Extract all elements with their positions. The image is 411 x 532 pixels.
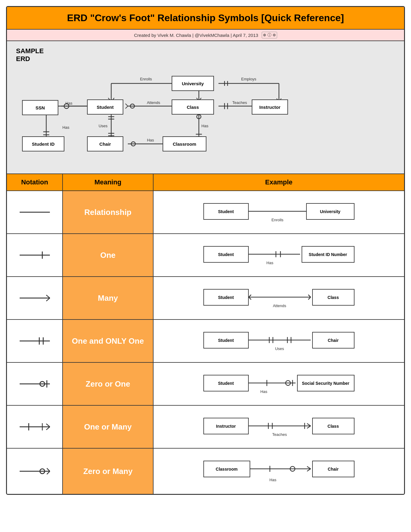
row-one-only: One and ONLY One Student Chair Uses bbox=[7, 320, 404, 363]
erd-box-classroom: Classroom bbox=[163, 136, 206, 151]
erd-box-student: Student bbox=[87, 99, 123, 115]
svg-line-19 bbox=[125, 104, 128, 106]
svg-text:Has: Has bbox=[201, 124, 209, 128]
ex-oneonly-svg: Uses bbox=[203, 326, 354, 356]
svg-text:Teaches: Teaches bbox=[272, 432, 287, 437]
example-many: Student Class Attends bbox=[154, 277, 404, 319]
ex-rel-line: Enrolls bbox=[203, 197, 354, 227]
notation-zero-one-svg bbox=[17, 375, 53, 393]
notation-one-many bbox=[7, 406, 63, 448]
erd-box-student-label: Student bbox=[95, 103, 115, 111]
notation-one bbox=[7, 234, 63, 276]
example-zero-one: Student Social Security Number Has bbox=[154, 363, 404, 405]
row-one: One Student Student ID Number Has bbox=[7, 234, 404, 277]
example-one-only: Student Chair Uses bbox=[154, 320, 404, 362]
erd-box-class: Class bbox=[172, 99, 214, 115]
erd-section-label: SAMPLEERD bbox=[16, 47, 44, 63]
ex-one-svg: Has bbox=[203, 240, 354, 270]
erd-box-studentid-label: Student ID bbox=[31, 140, 56, 148]
subtitle-text: Created by Vivek M. Chawla | @VivekMChaw… bbox=[134, 33, 258, 38]
row-zero-one: Zero or One Student Social Security Numb… bbox=[7, 363, 404, 406]
svg-text:Has: Has bbox=[266, 261, 273, 265]
row-one-many: One or Many Instructor Class T bbox=[7, 406, 404, 449]
meaning-one-many: One or Many bbox=[63, 406, 154, 448]
erd-section: SAMPLEERD Has Has bbox=[7, 41, 404, 174]
notation-one-only bbox=[7, 320, 63, 362]
svg-text:Employs: Employs bbox=[241, 77, 256, 81]
svg-text:Has: Has bbox=[65, 101, 73, 105]
meaning-relationship: Relationship bbox=[63, 191, 154, 233]
header-example: Example bbox=[154, 174, 404, 190]
erd-box-instructor-label: Instructor bbox=[258, 103, 282, 111]
ex-zeromany-svg: Has bbox=[203, 455, 354, 488]
erd-box-chair: Chair bbox=[87, 136, 123, 151]
svg-text:Attends: Attends bbox=[273, 303, 286, 308]
notation-one-many-svg bbox=[17, 418, 53, 436]
example-one: Student Student ID Number Has bbox=[154, 234, 404, 276]
notation-many bbox=[7, 277, 63, 319]
svg-point-45 bbox=[197, 115, 201, 119]
row-zero-many: Zero or Many Classroom Chair H bbox=[7, 449, 404, 494]
svg-point-1 bbox=[64, 104, 69, 109]
example-one-many: Instructor Class Teaches bbox=[154, 406, 404, 448]
notation-zero-many-svg bbox=[17, 462, 53, 480]
svg-text:Uses: Uses bbox=[99, 124, 108, 128]
erd-box-chair-label: Chair bbox=[98, 140, 112, 148]
row-relationship: Relationship Student University Enrolls bbox=[7, 191, 404, 234]
meaning-zero-many-text: Zero or Many bbox=[83, 467, 132, 476]
meaning-relationship-text: Relationship bbox=[84, 208, 131, 217]
ex-many-svg: Attends bbox=[203, 283, 354, 313]
svg-text:Attends: Attends bbox=[147, 100, 160, 105]
notation-one-svg bbox=[17, 246, 53, 264]
cc-icons: ⊕ ⓘ ⊛ bbox=[262, 32, 277, 38]
main-title: ERD "Crow's Foot" Relationship Symbols [… bbox=[67, 12, 344, 23]
meaning-zero-many: Zero or Many bbox=[63, 449, 154, 494]
row-many: Many Student Class Attends bbox=[7, 277, 404, 320]
erd-box-class-label: Class bbox=[186, 103, 200, 111]
example-zero-many: Classroom Chair Has bbox=[154, 449, 404, 494]
title-bar: ERD "Crow's Foot" Relationship Symbols [… bbox=[7, 7, 404, 30]
erd-box-university: University bbox=[172, 76, 214, 91]
meaning-many-text: Many bbox=[98, 294, 118, 303]
svg-text:Has: Has bbox=[269, 478, 277, 482]
notation-relationship bbox=[7, 191, 63, 233]
meaning-one: One bbox=[63, 234, 154, 276]
header-notation: Notation bbox=[7, 174, 63, 190]
notation-zero-many bbox=[7, 449, 63, 494]
ex-onemany-svg: Teaches bbox=[203, 412, 354, 442]
subtitle-bar: Created by Vivek M. Chawla | @VivekMChaw… bbox=[7, 30, 404, 41]
erd-box-studentid: Student ID bbox=[22, 136, 64, 151]
example-relationship: Student University Enrolls bbox=[154, 191, 404, 233]
notation-one-only-svg bbox=[17, 332, 53, 350]
meaning-zero-one-text: Zero or One bbox=[86, 379, 130, 389]
svg-text:Has: Has bbox=[147, 138, 154, 142]
svg-text:Uses: Uses bbox=[275, 346, 284, 351]
notation-many-svg bbox=[17, 289, 53, 307]
svg-text:Teaches: Teaches bbox=[232, 100, 247, 105]
notation-zero-one bbox=[7, 363, 63, 405]
meaning-one-only: One and ONLY One bbox=[63, 320, 154, 362]
svg-text:Enrolls: Enrolls bbox=[271, 218, 283, 222]
svg-point-56 bbox=[131, 142, 135, 146]
svg-line-20 bbox=[125, 106, 128, 109]
erd-box-instructor: Instructor bbox=[252, 99, 288, 115]
erd-box-university-label: University bbox=[181, 80, 205, 87]
svg-point-22 bbox=[130, 104, 134, 108]
erd-box-classroom-label: Classroom bbox=[172, 140, 198, 148]
meaning-many: Many bbox=[63, 277, 154, 319]
svg-text:Has: Has bbox=[62, 125, 70, 130]
meaning-zero-one: Zero or One bbox=[63, 363, 154, 405]
erd-box-ssn: SSN bbox=[22, 100, 58, 115]
ex-zeroone-svg: Has bbox=[203, 369, 354, 399]
meaning-one-many-text: One or Many bbox=[84, 422, 131, 432]
table-section: Notation Meaning Example Relationship St… bbox=[7, 174, 404, 494]
erd-box-ssn-label: SSN bbox=[34, 104, 46, 112]
meaning-one-text: One bbox=[100, 251, 116, 260]
svg-text:Enrolls: Enrolls bbox=[140, 77, 152, 81]
svg-text:Has: Has bbox=[260, 389, 267, 394]
notation-relationship-svg bbox=[17, 203, 53, 221]
header-meaning: Meaning bbox=[63, 174, 154, 190]
table-header: Notation Meaning Example bbox=[7, 174, 404, 191]
meaning-one-only-text: One and ONLY One bbox=[72, 336, 144, 346]
main-container: ERD "Crow's Foot" Relationship Symbols [… bbox=[6, 6, 405, 495]
